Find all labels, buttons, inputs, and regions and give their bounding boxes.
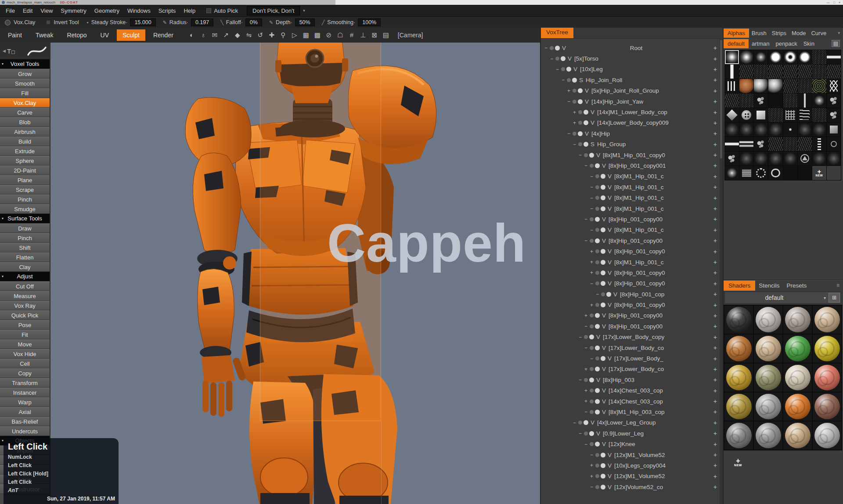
alpha-swatch-softdim[interactable] xyxy=(768,122,782,137)
tab-voxtree[interactable]: VoxTree xyxy=(541,28,573,38)
alpha-swatch-barvsm[interactable] xyxy=(798,94,812,108)
tab-stencils[interactable]: Stencils xyxy=(755,281,783,291)
expand-toggle-icon[interactable]: + xyxy=(584,388,588,394)
add-layer-icon[interactable]: + xyxy=(713,366,717,373)
tool-shift[interactable]: Shift xyxy=(0,243,50,252)
alpha-swatch-sphere[interactable] xyxy=(768,79,782,93)
alpha-swatch-noise[interactable] xyxy=(739,94,753,108)
alpha-swatch-moss[interactable] xyxy=(812,79,826,93)
tool-warp[interactable]: Warp xyxy=(0,397,50,407)
expand-toggle-icon[interactable]: + xyxy=(589,248,594,255)
alpha-swatch-softdim[interactable] xyxy=(739,122,753,137)
voxtree-row[interactable]: −V[8x]Hip_001_copy00+ xyxy=(541,214,723,224)
alpha-swatch-ring[interactable] xyxy=(783,50,797,64)
add-layer-icon[interactable]: + xyxy=(713,248,717,255)
expand-toggle-icon[interactable]: + xyxy=(589,270,594,276)
add-layer-icon[interactable]: + xyxy=(713,441,717,448)
voxtree-row[interactable]: −V[0.9]Lower_Leg+ xyxy=(541,428,723,439)
alpha-folder-icon[interactable]: ▤ xyxy=(832,40,840,47)
tool-grow[interactable]: Grow xyxy=(0,69,50,79)
expand-toggle-icon[interactable]: − xyxy=(549,56,554,62)
alpha-swatch-dark[interactable] xyxy=(768,94,782,108)
visibility-icon[interactable] xyxy=(595,464,599,468)
section-header-surface-tools[interactable]: ▾Surface Tools xyxy=(0,214,50,223)
visibility-icon[interactable] xyxy=(590,400,594,403)
expand-toggle-icon[interactable]: − xyxy=(578,334,583,340)
menu-item-symmetry[interactable]: Symmetry xyxy=(57,7,90,14)
alpha-swatch-dark[interactable] xyxy=(798,166,812,180)
invert-tool-label[interactable]: Invert Tool xyxy=(54,19,79,25)
voxtree-row[interactable]: −V[17x]Lower_Body_+ xyxy=(541,353,723,364)
tab-sculpt[interactable]: Sculpt xyxy=(117,29,145,41)
alpha-swatch-grid[interactable] xyxy=(783,108,797,122)
add-layer-icon[interactable]: + xyxy=(713,451,717,458)
alpha-swatch-scratch[interactable] xyxy=(798,137,812,151)
visibility-icon[interactable] xyxy=(590,324,594,328)
voxtree-row[interactable]: −V[8x]M1_Hip_001_c+ xyxy=(541,203,723,214)
close-button[interactable]: × xyxy=(839,0,840,5)
visibility-icon[interactable] xyxy=(590,313,594,317)
expand-toggle-icon[interactable]: − xyxy=(589,356,594,362)
visibility-icon[interactable] xyxy=(578,142,582,146)
add-layer-icon[interactable]: + xyxy=(713,55,717,62)
alpha-swatch-scratch[interactable] xyxy=(768,65,782,79)
voxtree-row[interactable]: −V[14x]Hip_Joint_Yaw+ xyxy=(541,96,723,107)
voxtree-row[interactable]: +V[8x]Hip_001_copy0+ xyxy=(541,299,723,310)
alpha-swatch-ringthin[interactable] xyxy=(768,166,782,180)
droplet-icon[interactable]: ◆ xyxy=(232,31,243,39)
field-value-steady-stroke[interactable]: 15.000 xyxy=(130,18,155,26)
tool-smudge[interactable]: Smudge xyxy=(0,204,50,214)
tab-alphas[interactable]: Alphas xyxy=(724,29,749,38)
visibility-icon[interactable] xyxy=(555,57,559,61)
visibility-icon[interactable] xyxy=(590,442,594,446)
add-layer-icon[interactable]: + xyxy=(713,173,717,180)
voxtree-row[interactable]: −V[17x]Lower_Body_co+ xyxy=(541,342,723,353)
tool-cut-off[interactable]: Cut Off xyxy=(0,281,50,291)
alpha-swatch-splat[interactable] xyxy=(725,151,739,166)
expand-toggle-icon[interactable]: + xyxy=(572,109,577,115)
expand-toggle-icon[interactable]: − xyxy=(589,184,594,190)
pick-mode-dropdown[interactable]: Don't Pick, Don't xyxy=(247,6,300,15)
tab-tweak[interactable]: Tweak xyxy=(30,29,59,41)
new-alpha-button[interactable]: +NEW xyxy=(812,166,826,180)
visibility-icon[interactable] xyxy=(550,46,554,50)
add-layer-icon[interactable]: + xyxy=(713,119,717,126)
visibility-icon[interactable] xyxy=(590,164,594,168)
tool-cell[interactable]: Cell xyxy=(0,359,50,368)
expand-toggle-icon[interactable]: − xyxy=(544,45,548,51)
tab-paint[interactable]: Paint xyxy=(2,29,28,41)
voxtree-row[interactable]: −SHip_Group+ xyxy=(541,139,723,150)
visibility-icon[interactable] xyxy=(595,196,599,200)
alpha-swatch-zipper[interactable] xyxy=(812,137,826,151)
menu-item-geometry[interactable]: Geometry xyxy=(90,7,123,14)
voxtree-row[interactable]: +V[10x]Legs_copy004+ xyxy=(541,460,723,471)
add-layer-icon[interactable]: + xyxy=(713,259,717,266)
tool-2d-paint[interactable]: 2D-Paint xyxy=(0,166,50,175)
expand-toggle-icon[interactable]: − xyxy=(561,77,566,83)
shader-cell[interactable] xyxy=(813,421,841,450)
visibility-icon[interactable] xyxy=(595,485,599,489)
visibility-icon[interactable] xyxy=(595,303,599,307)
add-layer-icon[interactable]: + xyxy=(713,355,717,362)
add-layer-icon[interactable]: + xyxy=(713,398,717,405)
visibility-icon[interactable] xyxy=(584,432,588,436)
add-layer-icon[interactable]: + xyxy=(713,227,717,234)
tool-pinch[interactable]: Pinch xyxy=(0,194,50,204)
expand-toggle-icon[interactable]: − xyxy=(595,291,600,297)
collapse-panel-icon[interactable]: ◀ xyxy=(3,49,6,53)
voxtree-row[interactable]: +V[8x]M1_Hip_001_c+ xyxy=(541,257,723,267)
tool-blob[interactable]: Blob xyxy=(0,117,50,127)
contrast-icon[interactable]: ◐ xyxy=(186,31,198,39)
add-layer-icon[interactable]: + xyxy=(713,237,717,244)
visibility-icon[interactable] xyxy=(561,67,565,71)
alpha-swatch-noise[interactable] xyxy=(783,94,797,108)
voxtree-row[interactable]: −V[4x]Lower_Leg_Group+ xyxy=(541,418,723,428)
voxtree-row[interactable]: −SHip_Join_Roll+ xyxy=(541,75,723,85)
grid-a-icon[interactable]: ▦ xyxy=(300,31,312,39)
alpha-swatch-disc[interactable] xyxy=(798,50,812,64)
expand-toggle-icon[interactable]: − xyxy=(589,173,594,180)
alpha-swatch-barsv[interactable] xyxy=(725,79,739,93)
alpha-set-penpack[interactable]: penpack xyxy=(773,39,800,48)
add-layer-icon[interactable]: + xyxy=(713,109,717,116)
add-layer-icon[interactable]: + xyxy=(713,66,717,73)
